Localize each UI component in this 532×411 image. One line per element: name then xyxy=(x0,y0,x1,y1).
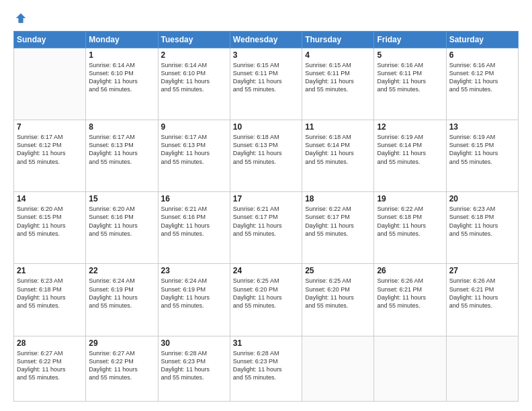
weekday-header: Sunday xyxy=(14,32,86,48)
calendar-cell: 27Sunrise: 6:26 AM Sunset: 6:21 PM Dayli… xyxy=(446,264,518,336)
day-number: 18 xyxy=(305,194,371,203)
weekday-header: Friday xyxy=(374,32,446,48)
day-number: 24 xyxy=(233,266,299,275)
calendar-cell: 4Sunrise: 6:15 AM Sunset: 6:11 PM Daylig… xyxy=(302,48,374,120)
day-number: 13 xyxy=(449,122,515,132)
day-number: 27 xyxy=(449,266,515,275)
cell-info: Sunrise: 6:15 AM Sunset: 6:11 PM Dayligh… xyxy=(305,61,371,94)
day-number: 21 xyxy=(17,266,83,275)
calendar-cell: 25Sunrise: 6:25 AM Sunset: 6:20 PM Dayli… xyxy=(302,264,374,336)
day-number: 28 xyxy=(17,338,83,348)
cell-info: Sunrise: 6:17 AM Sunset: 6:12 PM Dayligh… xyxy=(17,133,83,166)
calendar-cell: 9Sunrise: 6:17 AM Sunset: 6:13 PM Daylig… xyxy=(158,120,230,192)
day-number: 4 xyxy=(305,50,371,60)
calendar-cell: 21Sunrise: 6:23 AM Sunset: 6:18 PM Dayli… xyxy=(14,264,86,336)
cell-info: Sunrise: 6:26 AM Sunset: 6:21 PM Dayligh… xyxy=(377,277,443,310)
weekday-header: Thursday xyxy=(302,32,374,48)
day-number: 22 xyxy=(89,266,154,275)
calendar-cell: 30Sunrise: 6:28 AM Sunset: 6:23 PM Dayli… xyxy=(158,336,230,401)
day-number: 20 xyxy=(449,194,515,203)
calendar-cell xyxy=(14,48,86,120)
cell-info: Sunrise: 6:27 AM Sunset: 6:22 PM Dayligh… xyxy=(17,349,83,382)
cell-info: Sunrise: 6:24 AM Sunset: 6:19 PM Dayligh… xyxy=(89,277,154,310)
day-number: 31 xyxy=(233,338,299,348)
calendar-cell: 29Sunrise: 6:27 AM Sunset: 6:22 PM Dayli… xyxy=(86,336,158,401)
day-number: 11 xyxy=(305,122,371,132)
day-number: 16 xyxy=(161,194,227,203)
cell-info: Sunrise: 6:16 AM Sunset: 6:12 PM Dayligh… xyxy=(449,61,515,94)
cell-info: Sunrise: 6:15 AM Sunset: 6:11 PM Dayligh… xyxy=(233,61,299,94)
day-number: 8 xyxy=(89,122,154,132)
calendar-cell: 14Sunrise: 6:20 AM Sunset: 6:15 PM Dayli… xyxy=(14,192,86,264)
day-number: 25 xyxy=(305,266,371,275)
calendar-table: SundayMondayTuesdayWednesdayThursdayFrid… xyxy=(13,31,519,402)
cell-info: Sunrise: 6:14 AM Sunset: 6:10 PM Dayligh… xyxy=(161,61,227,94)
cell-info: Sunrise: 6:17 AM Sunset: 6:13 PM Dayligh… xyxy=(161,133,227,166)
logo-icon xyxy=(15,12,27,24)
cell-info: Sunrise: 6:23 AM Sunset: 6:18 PM Dayligh… xyxy=(17,277,83,310)
calendar-cell: 18Sunrise: 6:22 AM Sunset: 6:17 PM Dayli… xyxy=(302,192,374,264)
day-number: 12 xyxy=(377,122,443,132)
cell-info: Sunrise: 6:27 AM Sunset: 6:22 PM Dayligh… xyxy=(89,349,154,382)
calendar-cell xyxy=(446,336,518,401)
cell-info: Sunrise: 6:24 AM Sunset: 6:19 PM Dayligh… xyxy=(161,277,227,310)
cell-info: Sunrise: 6:21 AM Sunset: 6:17 PM Dayligh… xyxy=(233,205,299,238)
calendar-cell: 20Sunrise: 6:23 AM Sunset: 6:18 PM Dayli… xyxy=(446,192,518,264)
calendar-cell: 13Sunrise: 6:19 AM Sunset: 6:15 PM Dayli… xyxy=(446,120,518,192)
calendar-cell: 22Sunrise: 6:24 AM Sunset: 6:19 PM Dayli… xyxy=(86,264,158,336)
header xyxy=(13,12,519,24)
cell-info: Sunrise: 6:25 AM Sunset: 6:20 PM Dayligh… xyxy=(233,277,299,310)
day-number: 2 xyxy=(161,50,227,60)
calendar-cell: 1Sunrise: 6:14 AM Sunset: 6:10 PM Daylig… xyxy=(86,48,158,120)
calendar-cell: 16Sunrise: 6:21 AM Sunset: 6:16 PM Dayli… xyxy=(158,192,230,264)
calendar-cell: 19Sunrise: 6:22 AM Sunset: 6:18 PM Dayli… xyxy=(374,192,446,264)
day-number: 6 xyxy=(449,50,515,60)
cell-info: Sunrise: 6:22 AM Sunset: 6:17 PM Dayligh… xyxy=(305,205,371,238)
weekday-header: Saturday xyxy=(446,32,518,48)
weekday-header: Tuesday xyxy=(158,32,230,48)
cell-info: Sunrise: 6:17 AM Sunset: 6:13 PM Dayligh… xyxy=(89,133,154,166)
calendar-cell: 24Sunrise: 6:25 AM Sunset: 6:20 PM Dayli… xyxy=(230,264,302,336)
calendar-cell: 5Sunrise: 6:16 AM Sunset: 6:11 PM Daylig… xyxy=(374,48,446,120)
cell-info: Sunrise: 6:18 AM Sunset: 6:13 PM Dayligh… xyxy=(233,133,299,166)
day-number: 15 xyxy=(89,194,154,203)
calendar-cell: 17Sunrise: 6:21 AM Sunset: 6:17 PM Dayli… xyxy=(230,192,302,264)
day-number: 29 xyxy=(89,338,154,348)
day-number: 17 xyxy=(233,194,299,203)
calendar-cell: 26Sunrise: 6:26 AM Sunset: 6:21 PM Dayli… xyxy=(374,264,446,336)
cell-info: Sunrise: 6:28 AM Sunset: 6:23 PM Dayligh… xyxy=(233,349,299,382)
cell-info: Sunrise: 6:21 AM Sunset: 6:16 PM Dayligh… xyxy=(161,205,227,238)
calendar-cell: 11Sunrise: 6:18 AM Sunset: 6:14 PM Dayli… xyxy=(302,120,374,192)
cell-info: Sunrise: 6:20 AM Sunset: 6:16 PM Dayligh… xyxy=(89,205,154,238)
calendar-cell: 12Sunrise: 6:19 AM Sunset: 6:14 PM Dayli… xyxy=(374,120,446,192)
cell-info: Sunrise: 6:16 AM Sunset: 6:11 PM Dayligh… xyxy=(377,61,443,94)
calendar-cell xyxy=(302,336,374,401)
cell-info: Sunrise: 6:20 AM Sunset: 6:15 PM Dayligh… xyxy=(17,205,83,238)
day-number: 19 xyxy=(377,194,443,203)
cell-info: Sunrise: 6:23 AM Sunset: 6:18 PM Dayligh… xyxy=(449,205,515,238)
day-number: 14 xyxy=(17,194,83,203)
weekday-header: Monday xyxy=(86,32,158,48)
svg-marker-0 xyxy=(16,13,26,23)
calendar-cell: 6Sunrise: 6:16 AM Sunset: 6:12 PM Daylig… xyxy=(446,48,518,120)
cell-info: Sunrise: 6:25 AM Sunset: 6:20 PM Dayligh… xyxy=(305,277,371,310)
calendar-cell: 15Sunrise: 6:20 AM Sunset: 6:16 PM Dayli… xyxy=(86,192,158,264)
day-number: 10 xyxy=(233,122,299,132)
cell-info: Sunrise: 6:14 AM Sunset: 6:10 PM Dayligh… xyxy=(89,61,154,94)
cell-info: Sunrise: 6:18 AM Sunset: 6:14 PM Dayligh… xyxy=(305,133,371,166)
calendar-cell xyxy=(374,336,446,401)
calendar-cell: 28Sunrise: 6:27 AM Sunset: 6:22 PM Dayli… xyxy=(14,336,86,401)
cell-info: Sunrise: 6:19 AM Sunset: 6:14 PM Dayligh… xyxy=(377,133,443,166)
calendar-cell: 3Sunrise: 6:15 AM Sunset: 6:11 PM Daylig… xyxy=(230,48,302,120)
calendar-cell: 8Sunrise: 6:17 AM Sunset: 6:13 PM Daylig… xyxy=(86,120,158,192)
day-number: 5 xyxy=(377,50,443,60)
cell-info: Sunrise: 6:26 AM Sunset: 6:21 PM Dayligh… xyxy=(449,277,515,310)
calendar-cell: 2Sunrise: 6:14 AM Sunset: 6:10 PM Daylig… xyxy=(158,48,230,120)
calendar-cell: 7Sunrise: 6:17 AM Sunset: 6:12 PM Daylig… xyxy=(14,120,86,192)
cell-info: Sunrise: 6:19 AM Sunset: 6:15 PM Dayligh… xyxy=(449,133,515,166)
calendar-cell: 23Sunrise: 6:24 AM Sunset: 6:19 PM Dayli… xyxy=(158,264,230,336)
day-number: 26 xyxy=(377,266,443,275)
calendar-cell: 10Sunrise: 6:18 AM Sunset: 6:13 PM Dayli… xyxy=(230,120,302,192)
day-number: 9 xyxy=(161,122,227,132)
day-number: 30 xyxy=(161,338,227,348)
